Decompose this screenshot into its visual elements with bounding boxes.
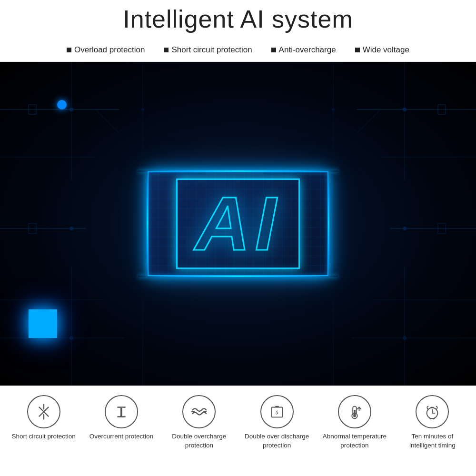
icon-ten-minutes: Ten minutes of intelligent timing bbox=[399, 395, 466, 450]
feature-anti-overcharge: Anti-overcharge bbox=[271, 45, 336, 55]
feature-overload-label: Overload protection bbox=[74, 45, 145, 55]
glow-bl bbox=[29, 309, 57, 338]
overcurrent-circle: I bbox=[105, 395, 138, 428]
svg-line-31 bbox=[357, 109, 381, 133]
chip-edge-bottom bbox=[138, 276, 338, 277]
icon-short-circuit: Short circuit protection bbox=[10, 395, 77, 441]
double-overcharge-label: Double overcharge protection bbox=[166, 432, 232, 450]
chip-body: AI bbox=[138, 152, 338, 295]
main-title: Intelligent AI system bbox=[123, 5, 353, 33]
feature-short-circuit-label: Short circuit protection bbox=[171, 45, 252, 55]
bullet-icon bbox=[67, 48, 71, 52]
svg-line-30 bbox=[95, 109, 119, 133]
image-area: AI bbox=[0, 62, 476, 386]
feature-anti-overcharge-label: Anti-overcharge bbox=[279, 45, 336, 55]
overcurrent-icon: I bbox=[112, 403, 130, 421]
title-section: Intelligent AI system bbox=[0, 0, 476, 38]
svg-rect-42 bbox=[275, 406, 279, 407]
ai-text-container: AI bbox=[171, 181, 305, 267]
double-discharge-label: Double over discharge protection bbox=[244, 432, 310, 450]
icon-double-overcharge: Double overcharge protection bbox=[166, 395, 232, 450]
bullet-icon bbox=[355, 48, 360, 52]
overcurrent-label: Overcurrent protection bbox=[89, 432, 153, 441]
abnormal-temp-label: Abnormal temperature protection bbox=[321, 432, 388, 450]
svg-point-19 bbox=[403, 108, 407, 111]
chip-container: AI bbox=[124, 133, 352, 314]
svg-point-23 bbox=[403, 336, 407, 340]
ten-minutes-icon bbox=[423, 403, 441, 421]
chip-edge-left bbox=[147, 171, 148, 276]
glow-top bbox=[57, 100, 67, 109]
svg-point-46 bbox=[353, 415, 356, 417]
chip-platform: AI bbox=[148, 171, 328, 276]
feature-wide-voltage-label: Wide voltage bbox=[363, 45, 409, 55]
feature-short-circuit: Short circuit protection bbox=[164, 45, 252, 55]
bullet-icon bbox=[271, 48, 276, 52]
chip-edge-top bbox=[138, 170, 338, 172]
features-bar: Overload protection Short circuit protec… bbox=[0, 38, 476, 62]
double-overcharge-icon bbox=[190, 403, 208, 421]
svg-point-18 bbox=[69, 108, 73, 111]
feature-wide-voltage: Wide voltage bbox=[355, 45, 409, 55]
ten-minutes-circle bbox=[416, 395, 449, 428]
ten-minutes-label: Ten minutes of intelligent timing bbox=[399, 432, 466, 450]
ai-letters: AI bbox=[195, 180, 281, 268]
icon-double-discharge: Double over discharge protection bbox=[244, 395, 310, 450]
svg-point-21 bbox=[403, 227, 407, 230]
feature-overload: Overload protection bbox=[67, 45, 145, 55]
svg-point-24 bbox=[141, 108, 144, 111]
bullet-icon bbox=[164, 48, 169, 52]
short-circuit-label: Short circuit protection bbox=[12, 432, 76, 441]
short-circuit-icon bbox=[35, 403, 53, 421]
icons-section: Short circuit protection I Overcurrent p… bbox=[0, 386, 476, 476]
double-discharge-circle bbox=[260, 395, 294, 428]
svg-point-22 bbox=[69, 336, 73, 340]
chip-edge-right bbox=[328, 171, 329, 276]
page-wrapper: Intelligent AI system Overload protectio… bbox=[0, 0, 476, 476]
icon-abnormal-temp: Abnormal temperature protection bbox=[321, 395, 388, 450]
svg-point-25 bbox=[332, 108, 335, 111]
icon-overcurrent: I Overcurrent protection bbox=[88, 395, 155, 441]
abnormal-temp-icon bbox=[346, 403, 364, 421]
short-circuit-circle bbox=[27, 395, 60, 428]
svg-point-20 bbox=[69, 227, 73, 230]
double-discharge-icon bbox=[268, 403, 286, 421]
double-overcharge-circle bbox=[182, 395, 216, 428]
abnormal-temp-circle bbox=[338, 395, 371, 428]
